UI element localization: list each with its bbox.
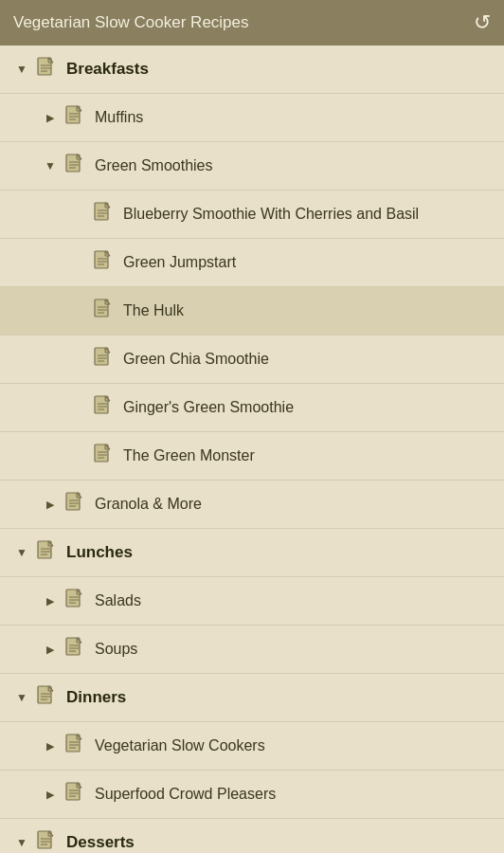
document-icon bbox=[64, 734, 85, 758]
document-icon bbox=[93, 250, 114, 275]
document-icon bbox=[36, 540, 57, 565]
document-icon bbox=[93, 444, 114, 468]
arrow-right-icon bbox=[42, 737, 59, 754]
tree-item-desserts[interactable]: Desserts bbox=[0, 819, 504, 853]
tree-item-the-green-monster[interactable]: The Green Monster bbox=[0, 432, 504, 481]
tree-item-the-hulk[interactable]: The Hulk bbox=[0, 287, 504, 336]
arrow-placeholder bbox=[70, 254, 87, 271]
arrow-right-icon bbox=[42, 592, 59, 609]
item-label: The Green Monster bbox=[123, 446, 255, 466]
tree-item-superfood-crowd-pleasers[interactable]: Superfood Crowd Pleasers bbox=[0, 771, 504, 819]
document-icon bbox=[64, 492, 85, 517]
document-icon bbox=[93, 202, 114, 227]
document-icon bbox=[64, 782, 85, 807]
document-icon bbox=[93, 347, 114, 372]
back-button[interactable]: ↺ bbox=[474, 10, 491, 35]
tree-item-soups[interactable]: Soups bbox=[0, 626, 504, 674]
item-label: Muffins bbox=[95, 108, 143, 128]
tree-item-salads[interactable]: Salads bbox=[0, 577, 504, 626]
item-label: Dinners bbox=[66, 687, 126, 708]
arrow-down-icon bbox=[13, 544, 30, 561]
document-icon bbox=[36, 685, 57, 710]
header-title: Vegetarian Slow Cooker Recipes bbox=[13, 13, 249, 32]
arrow-down-icon bbox=[13, 689, 30, 706]
tree-item-granola-more[interactable]: Granola & More bbox=[0, 481, 504, 529]
tree-item-gingers-green-smoothie[interactable]: Ginger's Green Smoothie bbox=[0, 384, 504, 432]
document-icon bbox=[93, 395, 114, 420]
app-header: Vegetarian Slow Cooker Recipes ↺ bbox=[0, 0, 504, 45]
arrow-placeholder bbox=[70, 206, 87, 223]
item-label: Soups bbox=[95, 640, 137, 660]
item-label: Lunches bbox=[66, 542, 133, 563]
arrow-down-icon bbox=[42, 157, 59, 174]
arrow-right-icon bbox=[42, 641, 59, 658]
document-icon bbox=[64, 154, 85, 178]
tree-item-breakfasts[interactable]: Breakfasts bbox=[0, 45, 504, 94]
arrow-down-icon bbox=[13, 61, 30, 78]
document-icon bbox=[93, 299, 114, 323]
item-label: Green Chia Smoothie bbox=[123, 350, 269, 370]
tree-item-muffins[interactable]: Muffins bbox=[0, 94, 504, 142]
item-label: Blueberry Smoothie With Cherries and Bas… bbox=[123, 205, 419, 225]
tree-container: Breakfasts Muffins Green Smoothies Blueb… bbox=[0, 45, 504, 853]
document-icon bbox=[64, 637, 85, 662]
item-label: Ginger's Green Smoothie bbox=[123, 398, 294, 418]
document-icon bbox=[36, 57, 57, 82]
item-label: Salads bbox=[95, 591, 141, 611]
tree-item-blueberry-smoothie[interactable]: Blueberry Smoothie With Cherries and Bas… bbox=[0, 191, 504, 239]
item-label: Granola & More bbox=[95, 495, 202, 515]
tree-item-green-jumpstart[interactable]: Green Jumpstart bbox=[0, 239, 504, 287]
tree-item-green-chia-smoothie[interactable]: Green Chia Smoothie bbox=[0, 336, 504, 384]
arrow-right-icon bbox=[42, 496, 59, 513]
document-icon bbox=[64, 589, 85, 613]
arrow-down-icon bbox=[13, 834, 30, 851]
item-label: Green Smoothies bbox=[95, 156, 213, 176]
tree-item-lunches[interactable]: Lunches bbox=[0, 529, 504, 577]
arrow-right-icon bbox=[42, 109, 59, 126]
item-label: Vegetarian Slow Cookers bbox=[95, 736, 265, 756]
arrow-placeholder bbox=[70, 302, 87, 319]
document-icon bbox=[64, 105, 85, 130]
tree-item-green-smoothies[interactable]: Green Smoothies bbox=[0, 142, 504, 191]
arrow-right-icon bbox=[42, 786, 59, 803]
item-label: Desserts bbox=[66, 832, 135, 853]
arrow-placeholder bbox=[70, 447, 87, 464]
item-label: Breakfasts bbox=[66, 59, 149, 80]
document-icon bbox=[36, 830, 57, 853]
item-label: The Hulk bbox=[123, 301, 184, 321]
tree-item-vegetarian-slow-cookers[interactable]: Vegetarian Slow Cookers bbox=[0, 722, 504, 771]
arrow-placeholder bbox=[70, 351, 87, 368]
arrow-placeholder bbox=[70, 399, 87, 416]
tree-item-dinners[interactable]: Dinners bbox=[0, 674, 504, 722]
item-label: Superfood Crowd Pleasers bbox=[95, 785, 276, 805]
item-label: Green Jumpstart bbox=[123, 253, 236, 273]
